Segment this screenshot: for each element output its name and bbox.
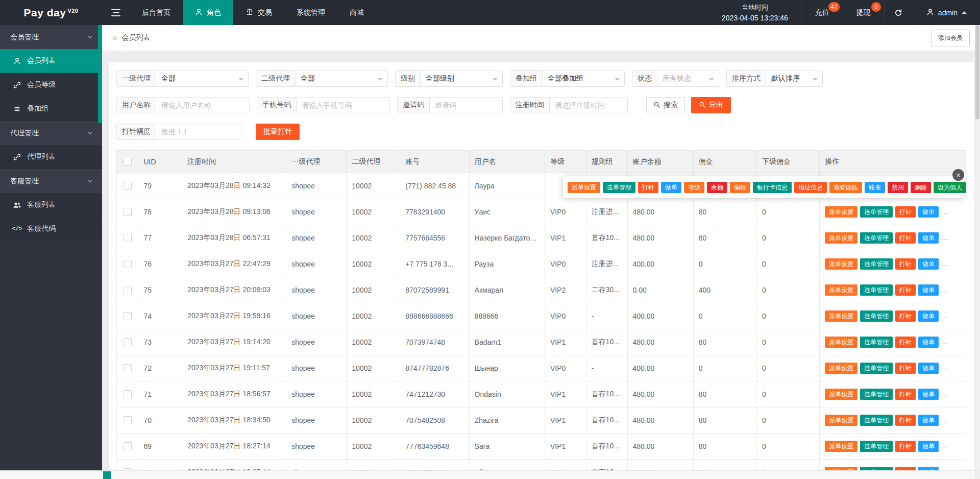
row-action-做单[interactable]: 做单 xyxy=(918,467,939,470)
row-action-连单管理[interactable]: 连单管理 xyxy=(860,258,893,270)
row-action-打针[interactable]: 打针 xyxy=(895,415,916,426)
sidebar-group-代理管理[interactable]: 代理管理 xyxy=(0,121,102,145)
row-action-做单[interactable]: 做单 xyxy=(918,310,939,322)
refresh-icon[interactable] xyxy=(884,0,913,25)
row-action-派单设置[interactable]: 派单设置 xyxy=(825,441,857,452)
row-checkbox[interactable] xyxy=(124,234,132,242)
row-action-打针[interactable]: 打针 xyxy=(895,232,916,244)
row-action-连单管理[interactable]: 连单管理 xyxy=(860,310,893,322)
popup-action-打针[interactable]: 打针 xyxy=(638,182,658,193)
row-checkbox[interactable] xyxy=(124,260,132,268)
search-button[interactable]: 搜索 xyxy=(646,97,685,113)
more-actions-button[interactable]: ... xyxy=(941,390,948,398)
sidebar-item-客服列表[interactable]: 客服列表 xyxy=(0,193,102,217)
filter-select-级别[interactable]: 全部级别 xyxy=(421,71,502,86)
more-actions-button[interactable]: ... xyxy=(941,286,948,294)
row-action-打针[interactable]: 打针 xyxy=(895,337,916,348)
row-action-打针[interactable]: 打针 xyxy=(895,258,916,270)
close-icon[interactable]: × xyxy=(952,169,964,181)
row-action-做单[interactable]: 做单 xyxy=(918,258,939,270)
popup-action-连单管理[interactable]: 连单管理 xyxy=(603,182,635,193)
row-checkbox[interactable] xyxy=(124,416,132,424)
popup-action-银行卡信息[interactable]: 银行卡信息 xyxy=(753,182,792,193)
popup-action-余额[interactable]: 余额 xyxy=(707,182,727,193)
filter-input-注册时间[interactable] xyxy=(550,98,627,113)
row-action-连单管理[interactable]: 连单管理 xyxy=(860,467,893,470)
row-checkbox[interactable] xyxy=(124,338,132,346)
row-action-打针[interactable]: 打针 xyxy=(895,467,916,470)
row-action-派单设置[interactable]: 派单设置 xyxy=(825,467,857,470)
popup-action-查看团队[interactable]: 查看团队 xyxy=(829,182,862,193)
row-checkbox[interactable] xyxy=(124,208,132,216)
row-checkbox[interactable] xyxy=(124,390,132,398)
popup-action-做单[interactable]: 做单 xyxy=(661,182,681,193)
sidebar-item-代理列表[interactable]: 代理列表 xyxy=(0,145,102,169)
more-actions-button[interactable]: ... xyxy=(941,312,948,320)
popup-action-账变[interactable]: 账变 xyxy=(865,182,885,193)
filter-select-状态[interactable]: 所有状态 xyxy=(657,71,719,86)
row-action-连单管理[interactable]: 连单管理 xyxy=(860,441,893,452)
more-actions-button[interactable]: ... xyxy=(941,338,948,346)
row-checkbox[interactable] xyxy=(124,364,132,372)
sidebar-scrollbar-thumb[interactable] xyxy=(98,25,102,123)
row-action-连单管理[interactable]: 连单管理 xyxy=(860,232,893,244)
admin-menu[interactable]: admin xyxy=(913,0,980,25)
row-action-派单设置[interactable]: 派单设置 xyxy=(825,337,857,348)
row-action-做单[interactable]: 做单 xyxy=(918,284,939,296)
select-all-checkbox[interactable] xyxy=(124,158,132,166)
horizontal-scrollbar[interactable] xyxy=(0,470,975,479)
popup-action-删除[interactable]: 删除 xyxy=(911,182,931,193)
recharge-button[interactable]: 充值 47 xyxy=(801,0,843,25)
row-action-打针[interactable]: 打针 xyxy=(895,363,916,374)
row-action-打针[interactable]: 打针 xyxy=(895,441,916,452)
row-checkbox[interactable] xyxy=(124,286,132,294)
hamburger-menu-icon[interactable] xyxy=(102,0,130,25)
more-actions-button[interactable]: ... xyxy=(941,260,948,268)
row-action-打针[interactable]: 打针 xyxy=(895,389,916,400)
row-action-做单[interactable]: 做单 xyxy=(918,441,939,452)
popup-action-地址信息[interactable]: 地址信息 xyxy=(794,182,827,193)
row-action-做单[interactable]: 做单 xyxy=(918,206,939,218)
more-actions-button[interactable]: ... xyxy=(941,364,948,372)
row-action-派单设置[interactable]: 派单设置 xyxy=(825,232,857,244)
row-action-做单[interactable]: 做单 xyxy=(918,363,939,374)
inject-range-input[interactable] xyxy=(156,124,241,139)
row-checkbox[interactable] xyxy=(124,442,132,450)
filter-select-叠加组[interactable]: 全部叠加组 xyxy=(543,71,624,86)
sidebar-item-会员列表[interactable]: 会员列表 xyxy=(0,49,102,73)
filter-select-二级代理[interactable]: 全部 xyxy=(296,71,387,86)
row-action-连单管理[interactable]: 连单管理 xyxy=(860,389,893,400)
sidebar-item-叠加组[interactable]: 叠加组 xyxy=(0,97,102,121)
row-checkbox[interactable] xyxy=(124,312,132,320)
nav-item-系统管理[interactable]: 系统管理 xyxy=(284,0,337,25)
row-action-派单设置[interactable]: 派单设置 xyxy=(825,310,857,322)
horizontal-scrollbar-thumb[interactable] xyxy=(103,471,111,479)
filter-input-手机号码[interactable] xyxy=(297,98,389,113)
vertical-scrollbar-thumb[interactable] xyxy=(975,25,979,119)
more-actions-button[interactable]: ... xyxy=(941,416,948,424)
row-action-派单设置[interactable]: 派单设置 xyxy=(825,258,857,270)
filter-input-邀请码[interactable] xyxy=(430,98,502,113)
nav-item-后台首页[interactable]: 后台首页 xyxy=(130,0,183,25)
more-actions-button[interactable]: ... xyxy=(941,442,948,450)
filter-select-一级代理[interactable]: 全部 xyxy=(156,71,248,86)
more-actions-button[interactable]: ... xyxy=(941,208,948,215)
vertical-scrollbar[interactable] xyxy=(975,25,980,470)
sidebar-group-会员管理[interactable]: 会员管理 xyxy=(0,25,102,49)
nav-item-交易[interactable]: 交易 xyxy=(233,0,284,25)
popup-action-编辑[interactable]: 编辑 xyxy=(730,182,750,193)
filter-input-用户名称[interactable] xyxy=(156,98,249,113)
row-action-打针[interactable]: 打针 xyxy=(895,206,916,218)
add-member-button[interactable]: 添加会员 xyxy=(931,30,970,46)
more-actions-button[interactable]: ... xyxy=(941,234,948,242)
row-action-做单[interactable]: 做单 xyxy=(918,337,939,348)
row-action-打针[interactable]: 打针 xyxy=(895,310,916,322)
row-action-做单[interactable]: 做单 xyxy=(918,232,939,244)
row-action-派单设置[interactable]: 派单设置 xyxy=(825,415,857,426)
popup-action-等级[interactable]: 等级 xyxy=(684,182,704,193)
sidebar-item-会员等级[interactable]: 会员等级 xyxy=(0,73,102,97)
row-action-派单设置[interactable]: 派单设置 xyxy=(825,389,857,400)
sidebar-group-客服管理[interactable]: 客服管理 xyxy=(0,169,102,193)
row-action-连单管理[interactable]: 连单管理 xyxy=(860,337,893,348)
popup-action-禁用[interactable]: 禁用 xyxy=(888,182,908,193)
